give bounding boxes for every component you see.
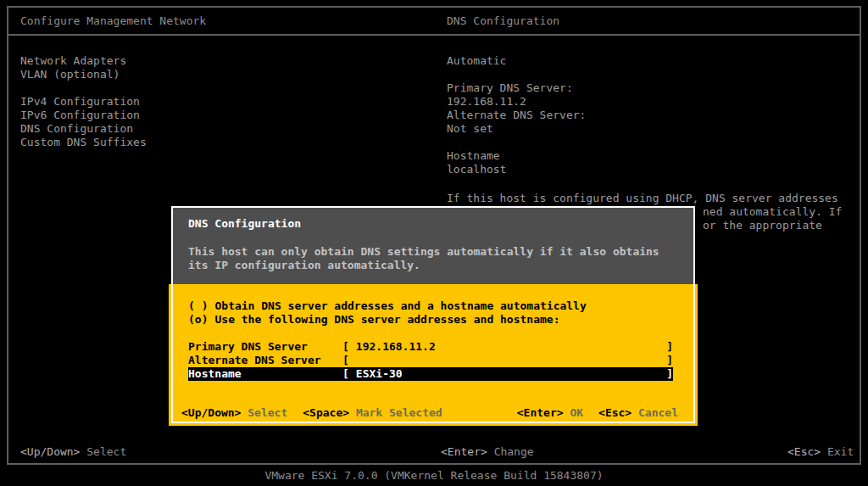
menu-spacer bbox=[20, 81, 147, 95]
dhcp-note-fragment3: or the appropriate bbox=[703, 219, 822, 232]
menu-item-ipv4-configuration[interactable]: IPv4 Configuration bbox=[20, 95, 147, 109]
primary-dns-field-value[interactable]: 192.168.11.2 bbox=[356, 340, 666, 354]
radio-obtain-automatically[interactable]: ( ) Obtain DNS server addresses and a ho… bbox=[188, 299, 678, 313]
hostname-field-value[interactable]: ESXi-30 bbox=[356, 367, 666, 381]
alternate-dns-field-value[interactable] bbox=[356, 354, 666, 367]
radio-selected-icon: (o) bbox=[188, 313, 208, 327]
bracket-open: [ bbox=[342, 340, 349, 354]
statusbar-esc-hint: <Esc> Exit bbox=[787, 445, 854, 459]
menu-item-network-adapters[interactable]: Network Adapters bbox=[20, 54, 147, 68]
dhcp-note-fragment2: ned automatically. If bbox=[703, 205, 842, 219]
updown-action-text: Select bbox=[86, 445, 126, 458]
radio-use-following-label: Use the following DNS server addresses a… bbox=[214, 313, 559, 327]
dialog-esc-action: Cancel bbox=[638, 406, 678, 419]
dialog-body: ( ) Obtain DNS server addresses and a ho… bbox=[169, 284, 698, 426]
dialog-updown-hint: <Up/Down> Select bbox=[181, 406, 287, 420]
dialog-header: DNS Configuration This host can only obt… bbox=[171, 206, 695, 284]
hostname-label: Hostname bbox=[447, 149, 586, 163]
dhcp-note-line1: If this host is configured using DHCP, D… bbox=[447, 192, 838, 205]
radio-use-following[interactable]: (o) Use the following DNS server address… bbox=[188, 313, 678, 327]
updown-key-hint: <Up/Down> bbox=[20, 445, 80, 458]
esc-action-text: Exit bbox=[827, 445, 854, 458]
dialog-updown-action: Select bbox=[248, 406, 287, 419]
panel-spacer bbox=[447, 136, 586, 149]
dialog-enter-action: OK bbox=[570, 406, 583, 419]
statusbar-enter-hint: <Enter> Change bbox=[441, 445, 534, 459]
dialog-field-primary-dns[interactable]: Primary DNS Server [ 192.168.11.2 ] bbox=[188, 340, 673, 354]
hostname-field-label: Hostname bbox=[188, 367, 342, 381]
menu-item-custom-dns-suffixes[interactable]: Custom DNS Suffixes bbox=[20, 136, 147, 149]
esxi-version-banner: VMware ESXi 7.0.0 (VMKernel Release Buil… bbox=[0, 469, 868, 483]
bracket-close: ] bbox=[666, 340, 673, 354]
enter-key-hint: <Enter> bbox=[441, 445, 487, 458]
enter-action-text: Change bbox=[494, 445, 534, 458]
dialog-body-inner: ( ) Obtain DNS server addresses and a ho… bbox=[171, 284, 695, 423]
bracket-close: ] bbox=[666, 354, 673, 367]
dialog-updown-key: <Up/Down> bbox=[181, 406, 241, 419]
menu-item-dns-configuration[interactable]: DNS Configuration bbox=[20, 122, 147, 136]
dialog-footer-right: <Enter> OK <Esc> Cancel bbox=[517, 406, 678, 420]
dialog-footer: <Up/Down> Select <Space> Mark Selected <… bbox=[181, 406, 678, 420]
dcui-screen: Configure Management Network DNS Configu… bbox=[0, 0, 868, 486]
page-title: Configure Management Network bbox=[20, 14, 206, 28]
esc-key-hint: <Esc> bbox=[787, 445, 821, 458]
primary-dns-value: 192.168.11.2 bbox=[447, 95, 586, 109]
dialog-title: DNS Configuration bbox=[188, 217, 693, 231]
dns-configuration-dialog: DNS Configuration This host can only obt… bbox=[169, 206, 698, 426]
dialog-field-hostname[interactable]: Hostname [ ESXi-30 ] bbox=[188, 367, 673, 381]
dns-info-panel: Automatic Primary DNS Server: 192.168.11… bbox=[447, 54, 586, 176]
alternate-dns-field-label: Alternate DNS Server bbox=[188, 354, 342, 367]
bracket-open: [ bbox=[342, 367, 349, 381]
network-menu: Network Adapters VLAN (optional) IPv4 Co… bbox=[20, 54, 147, 149]
dialog-description-line2: its IP configuration automatically. bbox=[188, 259, 693, 272]
radio-unselected-icon: ( ) bbox=[188, 299, 208, 313]
primary-dns-field-label: Primary DNS Server bbox=[188, 340, 342, 354]
dialog-space-action: Mark Selected bbox=[356, 406, 442, 419]
dns-mode-value: Automatic bbox=[447, 54, 586, 68]
dialog-enter-hint: <Enter> OK bbox=[517, 406, 583, 420]
panel-spacer bbox=[447, 68, 586, 81]
menu-item-ipv6-configuration[interactable]: IPv6 Configuration bbox=[20, 109, 147, 122]
title-bar: Configure Management Network DNS Configu… bbox=[8, 8, 860, 36]
primary-dns-label: Primary DNS Server: bbox=[447, 81, 586, 95]
section-title: DNS Configuration bbox=[447, 14, 559, 28]
dialog-description-line1: This host can only obtain DNS settings a… bbox=[188, 245, 693, 259]
alternate-dns-value: Not set bbox=[447, 122, 586, 136]
dialog-space-hint: <Space> Mark Selected bbox=[303, 406, 442, 420]
enter-action-label bbox=[487, 445, 494, 458]
dialog-esc-key: <Esc> bbox=[598, 406, 632, 419]
radio-obtain-label: Obtain DNS server addresses and a hostna… bbox=[214, 299, 586, 313]
menu-item-vlan[interactable]: VLAN (optional) bbox=[20, 68, 147, 81]
dialog-footer-left: <Up/Down> Select <Space> Mark Selected bbox=[181, 406, 442, 420]
bracket-close: ] bbox=[666, 367, 673, 381]
esc-action-label bbox=[821, 445, 827, 458]
statusbar-updown-hint: <Up/Down> Select bbox=[20, 445, 126, 459]
alternate-dns-label: Alternate DNS Server: bbox=[447, 109, 586, 122]
dialog-field-alternate-dns[interactable]: Alternate DNS Server [ ] bbox=[188, 354, 673, 367]
dialog-space-key: <Space> bbox=[303, 406, 349, 419]
dialog-fields: Primary DNS Server [ 192.168.11.2 ] Alte… bbox=[188, 340, 678, 381]
dialog-esc-hint: <Esc> Cancel bbox=[598, 406, 678, 420]
hostname-value: localhost bbox=[447, 163, 586, 176]
bracket-open: [ bbox=[342, 354, 349, 367]
dialog-enter-key: <Enter> bbox=[517, 406, 564, 419]
